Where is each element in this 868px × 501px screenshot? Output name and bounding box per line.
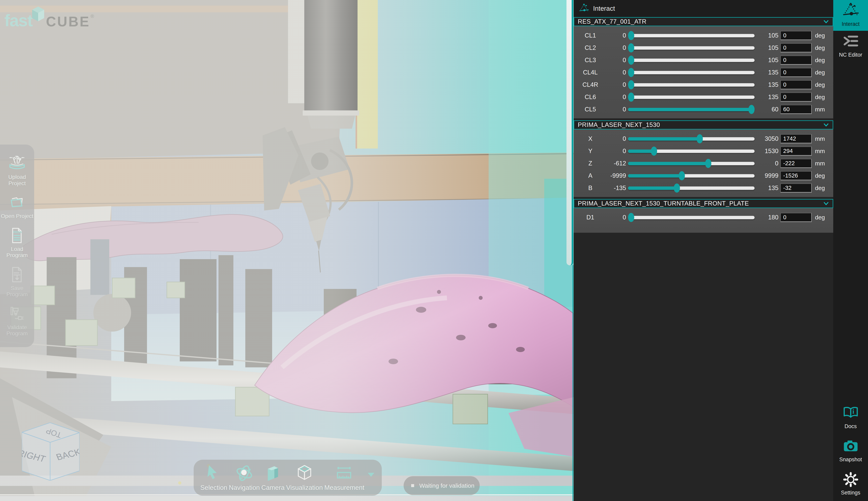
sidebar-button-load-program[interactable]: Load Program bbox=[6, 227, 28, 258]
axis-slider-track[interactable] bbox=[628, 58, 754, 62]
axis-slider-thumb[interactable] bbox=[628, 43, 634, 52]
section-header-0[interactable]: RES_ATX_77_001_ATR bbox=[574, 17, 833, 26]
axis-value-input[interactable] bbox=[780, 43, 812, 52]
axis-slider-track[interactable] bbox=[628, 216, 754, 219]
axis-max-value: 105 bbox=[756, 44, 779, 51]
gear-icon bbox=[843, 471, 859, 488]
tool-button-navigation[interactable]: Navigation bbox=[229, 464, 260, 491]
tool-button-measurement[interactable]: Measurement bbox=[324, 464, 364, 491]
axis-value-input[interactable] bbox=[780, 80, 812, 89]
button-docs[interactable]: Docs bbox=[843, 405, 859, 429]
ruler-icon bbox=[335, 464, 353, 482]
axis-slider-thumb[interactable] bbox=[628, 68, 634, 77]
axis-value-input[interactable] bbox=[780, 183, 812, 193]
button-snapshot[interactable]: Snapshot bbox=[839, 438, 862, 463]
section-header-2[interactable]: PRIMA_LASER_NEXT_1530_TURNTABLE_FRONT_PL… bbox=[574, 199, 833, 208]
sidebar-button-upload-project[interactable]: Upload Project bbox=[8, 155, 26, 186]
axis-slider-track[interactable] bbox=[628, 71, 754, 74]
axis-max-value: 135 bbox=[756, 81, 779, 88]
dropdown-caret-icon[interactable] bbox=[367, 472, 375, 478]
axis-slider-track[interactable] bbox=[628, 108, 754, 111]
axis-row-a: A-99999999deg bbox=[574, 170, 833, 182]
axis-value-input[interactable] bbox=[780, 171, 812, 180]
panel-scrollbar[interactable] bbox=[567, 0, 573, 265]
chevron-down-icon bbox=[823, 123, 829, 127]
axis-slider-track[interactable] bbox=[628, 46, 754, 50]
tab-label: Interact bbox=[841, 21, 859, 27]
axis-slider-fill bbox=[628, 162, 709, 165]
axis-min-value: 0 bbox=[604, 148, 626, 155]
axis-value-input[interactable] bbox=[780, 68, 812, 77]
axis-slider-track[interactable] bbox=[628, 162, 754, 165]
sidebar-button-validate-program[interactable]: Validate Program bbox=[6, 305, 28, 337]
axis-max-value: 135 bbox=[756, 94, 779, 101]
axis-slider-thumb[interactable] bbox=[697, 134, 703, 143]
section-header-1[interactable]: PRIMA_LASER_NEXT_1530 bbox=[574, 120, 833, 129]
axis-slider-thumb[interactable] bbox=[651, 147, 657, 156]
axis-slider-thumb[interactable] bbox=[628, 93, 634, 102]
axis-value-input[interactable] bbox=[780, 213, 812, 222]
tab-nc-editor[interactable]: NC Editor bbox=[833, 31, 868, 62]
axis-value-input[interactable] bbox=[780, 159, 812, 168]
panel-left-edge-accent bbox=[572, 265, 573, 501]
sidebar-button-label: Load Program bbox=[6, 246, 28, 258]
axis-slider-track[interactable] bbox=[628, 137, 754, 141]
tool-button-camera[interactable]: Camera bbox=[261, 464, 284, 491]
axis-slider-fill bbox=[628, 174, 681, 178]
tab-interact[interactable]: Interact bbox=[833, 0, 868, 31]
axis-value-input[interactable] bbox=[780, 93, 812, 102]
project-toolbar: Upload ProjectOpen ProjectLoad ProgramSa… bbox=[0, 145, 34, 347]
axis-value-input[interactable] bbox=[780, 56, 812, 65]
axis-slider-fill bbox=[628, 108, 754, 111]
axis-min-value: -612 bbox=[604, 160, 626, 167]
interact-icon bbox=[842, 2, 859, 20]
mode-tabs: InteractNC Editor bbox=[833, 0, 868, 62]
view-cube[interactable]: RIGHT BACK TOP bbox=[22, 423, 80, 481]
axis-label: CL1 bbox=[579, 32, 602, 39]
axis-value-input[interactable] bbox=[780, 134, 812, 143]
tab-label: NC Editor bbox=[839, 52, 862, 58]
tool-button-visualization[interactable]: Visualization bbox=[286, 464, 323, 491]
axis-min-value: 0 bbox=[604, 214, 626, 221]
axis-slider-thumb[interactable] bbox=[628, 56, 634, 65]
tool-wrap-navigation: Navigation bbox=[229, 464, 260, 491]
axis-value-input[interactable] bbox=[780, 147, 812, 156]
sidebar-button-open-project[interactable]: Open Project bbox=[1, 194, 33, 219]
axis-slider-thumb[interactable] bbox=[674, 183, 680, 193]
button-settings[interactable]: Settings bbox=[841, 471, 860, 496]
status-text: Waiting for validation bbox=[419, 482, 474, 489]
axis-slider-track[interactable] bbox=[628, 83, 754, 87]
orbit-icon bbox=[235, 464, 253, 482]
axis-slider-thumb[interactable] bbox=[628, 31, 634, 40]
axis-min-value: 0 bbox=[604, 69, 626, 76]
sidebar-button-save-program[interactable]: Save Program bbox=[6, 266, 28, 298]
axis-slider-thumb[interactable] bbox=[628, 213, 634, 222]
button-label: Docs bbox=[845, 423, 857, 429]
axis-value-input[interactable] bbox=[780, 105, 812, 114]
status-dot-icon bbox=[411, 484, 414, 487]
axis-slider-thumb[interactable] bbox=[705, 159, 711, 168]
axis-label: B bbox=[579, 184, 602, 192]
axis-slider-thumb[interactable] bbox=[679, 171, 685, 180]
axis-slider-track[interactable] bbox=[628, 34, 754, 37]
axis-min-value: -135 bbox=[604, 184, 626, 192]
axis-slider-track[interactable] bbox=[628, 186, 754, 190]
axis-slider-thumb[interactable] bbox=[628, 80, 634, 89]
viewport-3d[interactable]: fast CUBE ® Upload ProjectOpen ProjectLo… bbox=[0, 0, 574, 501]
viewport-3d-scene[interactable] bbox=[0, 0, 574, 501]
section-title: PRIMA_LASER_NEXT_1530 bbox=[578, 121, 823, 128]
axis-slider-track[interactable] bbox=[628, 96, 754, 99]
tool-button-selection[interactable]: Selection bbox=[200, 464, 227, 491]
validate-icon bbox=[9, 305, 25, 322]
axis-label: CL5 bbox=[579, 106, 602, 113]
axis-label: CL4R bbox=[579, 81, 602, 88]
axis-max-value: 105 bbox=[756, 32, 779, 39]
axis-slider-track[interactable] bbox=[628, 150, 754, 153]
axis-slider-fill bbox=[628, 150, 652, 153]
chevron-down-icon bbox=[823, 20, 829, 24]
axis-row-cl5: CL5060mm bbox=[574, 103, 833, 116]
axis-slider-thumb[interactable] bbox=[749, 105, 754, 114]
axis-value-input[interactable] bbox=[780, 31, 812, 40]
axis-slider-track[interactable] bbox=[628, 174, 754, 178]
axis-row-cl4l: CL4L0135deg bbox=[574, 66, 833, 79]
